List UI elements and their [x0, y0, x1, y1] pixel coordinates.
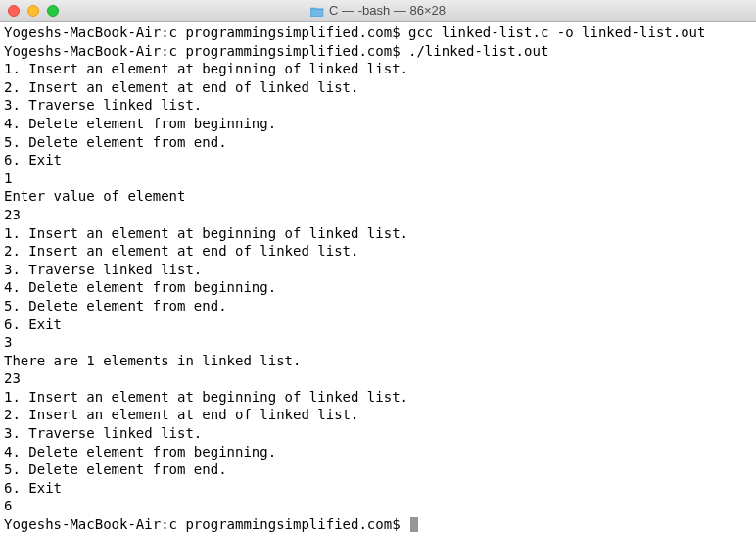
- user-input: 6: [4, 498, 12, 513]
- menu-line: 5. Delete element from end.: [4, 461, 227, 477]
- window-title-text: C — -bash — 86×28: [329, 3, 446, 18]
- prompt: Yogeshs-MacBook-Air:c programmingsimplif…: [4, 43, 401, 59]
- menu-line: 6. Exit: [4, 152, 62, 168]
- traffic-lights: [0, 5, 59, 17]
- user-input: 23: [4, 207, 21, 222]
- menu-line: 3. Traverse linked list.: [4, 425, 202, 441]
- cursor-icon: [410, 517, 418, 532]
- menu-line: 5. Delete element from end.: [4, 134, 227, 150]
- window-title: C — -bash — 86×28: [0, 3, 756, 18]
- output-line: 23: [4, 370, 21, 386]
- minimize-icon[interactable]: [27, 5, 39, 17]
- menu-line: 4. Delete element from beginning.: [4, 116, 276, 131]
- user-input: 1: [4, 170, 12, 186]
- folder-icon: [310, 5, 324, 16]
- menu-line: 6. Exit: [4, 316, 62, 332]
- menu-line: 2. Insert an element at end of linked li…: [4, 243, 358, 259]
- output-line: There are 1 elements in linked list.: [4, 353, 301, 368]
- menu-line: 3. Traverse linked list.: [4, 97, 202, 113]
- menu-line: 6. Exit: [4, 480, 62, 496]
- user-input: 3: [4, 334, 12, 350]
- menu-line: 1. Insert an element at beginning of lin…: [4, 61, 408, 76]
- menu-line: 3. Traverse linked list.: [4, 262, 202, 277]
- command-compile: gcc linked-list.c -o linked-list.out: [408, 24, 705, 40]
- menu-line: 5. Delete element from end.: [4, 298, 227, 314]
- menu-line: 2. Insert an element at end of linked li…: [4, 407, 358, 422]
- menu-line: 1. Insert an element at beginning of lin…: [4, 389, 408, 405]
- menu-line: 1. Insert an element at beginning of lin…: [4, 225, 408, 241]
- menu-line: 4. Delete element from beginning.: [4, 444, 276, 460]
- command-run: ./linked-list.out: [408, 43, 548, 59]
- terminal-content[interactable]: Yogeshs-MacBook-Air:c programmingsimplif…: [0, 22, 756, 533]
- menu-line: 4. Delete element from beginning.: [4, 279, 276, 295]
- menu-line: 2. Insert an element at end of linked li…: [4, 79, 358, 95]
- close-icon[interactable]: [8, 5, 20, 17]
- prompt: Yogeshs-MacBook-Air:c programmingsimplif…: [4, 24, 401, 40]
- titlebar: C — -bash — 86×28: [0, 0, 756, 22]
- prompt-text: Enter value of element: [4, 188, 185, 204]
- maximize-icon[interactable]: [47, 5, 59, 17]
- prompt: Yogeshs-MacBook-Air:c programmingsimplif…: [4, 516, 401, 532]
